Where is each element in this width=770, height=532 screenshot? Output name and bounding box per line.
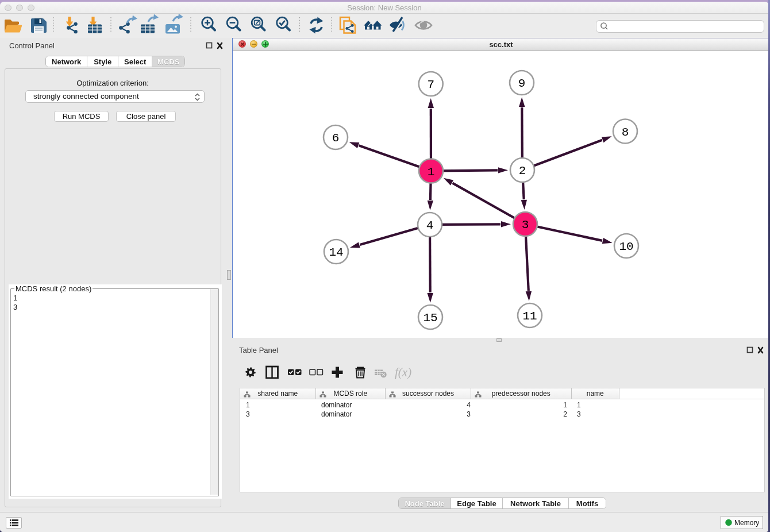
svg-text:3: 3 [522,218,529,232]
svg-text:4: 4 [426,219,434,232]
svg-text:8: 8 [622,126,629,139]
svg-text:14: 14 [329,246,343,259]
svg-text:1: 1 [428,165,435,179]
svg-text:7: 7 [427,78,434,91]
svg-text:2: 2 [519,164,526,178]
svg-text:9: 9 [518,77,526,90]
svg-text:6: 6 [332,132,340,145]
svg-text:f(x): f(x) [395,365,411,379]
svg-text:11: 11 [522,310,537,323]
svg-text:10: 10 [619,240,633,253]
svg-text:15: 15 [423,311,437,325]
